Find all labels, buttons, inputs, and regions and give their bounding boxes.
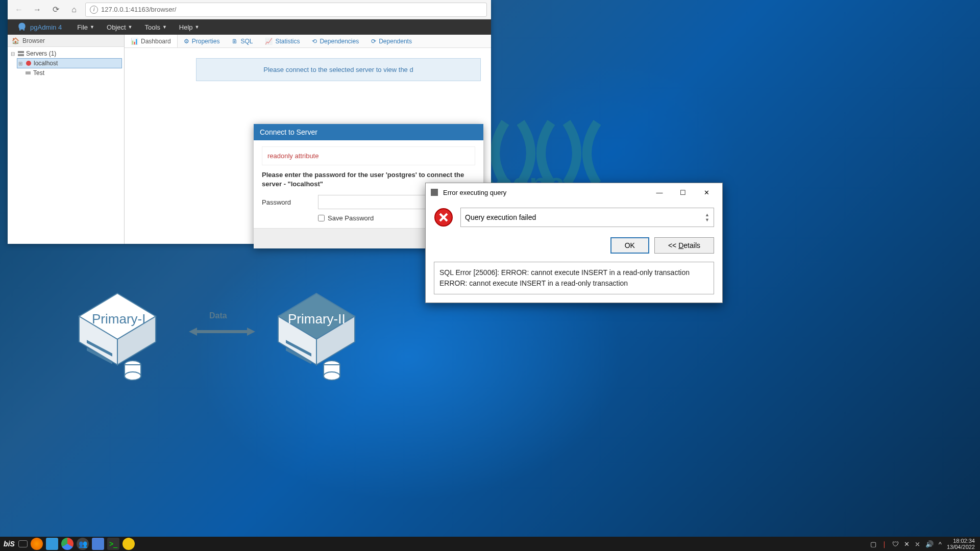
tree-servers[interactable]: ⊟ Servers (1) [10,49,122,58]
browser-toolbar: ← → ⟳ ⌂ i 127.0.0.1:41163/browser/ [8,0,491,19]
caret-down-icon: ▼ [128,24,133,30]
error-dialog: Error executing query — ☐ ✕ Query execut… [425,183,723,303]
firefox-icon[interactable] [31,538,43,550]
primary1-label: Primary-I [92,311,145,327]
elephant-icon [17,22,27,32]
sidebar-header: 🏠 Browser [8,35,124,47]
scroll-buttons[interactable]: ▲▼ [705,212,709,222]
menu-help[interactable]: Help▼ [173,19,206,35]
minimize-button[interactable]: — [648,185,671,200]
dialog-error: readonly attribute [262,146,475,165]
tray-icon[interactable]: ▢ [870,540,876,548]
app-icon[interactable]: 👥 [77,538,89,550]
system-clock[interactable]: 18:02:34 13/04/2022 [947,538,977,550]
pgadmin-brand: pgAdmin 4 [30,23,62,31]
app-icon[interactable] [92,538,104,550]
tree-localhost[interactable]: ⊞ localhost [17,58,122,68]
tabs-bar: 📊Dashboard ⚙Properties 🗎SQL 📈Statistics … [125,35,491,48]
forward-button[interactable]: → [30,3,44,17]
server-diagram: Primary-I Data Primary-II [66,286,393,393]
shield-icon[interactable]: 🛡 [892,540,899,548]
info-icon: i [90,6,98,14]
deps-icon: ⟳ [371,38,376,45]
tab-dependencies[interactable]: ⟲Dependencies [306,35,365,47]
svg-rect-23 [26,71,31,74]
home-button[interactable]: ⌂ [67,3,81,17]
collapse-icon[interactable]: ⊟ [10,51,16,57]
pgadmin-menubar: pgAdmin 4 File▼ Object▼ Tools▼ Help▼ [8,19,491,35]
url-bar[interactable]: i 127.0.0.1:41163/browser/ [85,3,487,17]
chart-icon: 📈 [265,38,273,45]
reload-button[interactable]: ⟳ [48,3,63,17]
svg-marker-11 [247,328,255,336]
tab-properties[interactable]: ⚙Properties [178,35,226,47]
caret-down-icon: ▼ [195,24,200,30]
close-tray-icon[interactable]: ✕ [904,540,910,548]
pgadmin-logo[interactable]: pgAdmin 4 [8,22,71,32]
close-button[interactable]: ✕ [695,185,718,200]
start-button[interactable]: biS [3,538,15,550]
menu-tools[interactable]: Tools▼ [139,19,173,35]
tray-icon[interactable]: ❘ [881,540,887,548]
error-message: Query execution failed [465,213,703,221]
password-label: Password [262,198,318,206]
error-detail-line: ERROR: cannot execute INSERT in a read-o… [439,278,708,289]
data-label: Data [209,311,227,320]
svg-marker-10 [189,328,197,336]
caret-down-icon: ▼ [162,24,167,30]
error-title: Error executing query [443,189,506,196]
connect-notice: Please connect to the selected server to… [196,58,481,81]
tab-dependents[interactable]: ⟳Dependents [365,35,418,47]
ok-button[interactable]: OK [610,237,649,254]
dashboard-icon: 📊 [131,38,138,45]
app-icon [430,188,439,197]
menu-object[interactable]: Object▼ [101,19,139,35]
terminal-icon[interactable]: >_ [107,538,119,550]
save-password-label: Save Password [328,214,374,222]
tab-dashboard[interactable]: 📊Dashboard [125,35,178,47]
task-view-icon[interactable] [18,540,28,547]
svg-point-8 [125,372,141,380]
svg-rect-20 [18,51,24,53]
chrome-icon[interactable] [61,538,74,550]
app-icon[interactable] [122,538,135,550]
browser-sidebar: 🏠 Browser ⊟ Servers (1) ⊞ localhost ⊞ T [8,35,125,244]
svg-point-19 [324,372,340,380]
home-icon: 🏠 [12,37,19,44]
error-detail-line: SQL Error [25006]: ERROR: cannot execute… [439,267,708,278]
back-button[interactable]: ← [12,3,26,17]
menu-file[interactable]: File▼ [71,19,101,35]
files-icon[interactable] [46,538,58,550]
network-icon[interactable]: ⤫ [915,540,920,548]
save-password-checkbox[interactable] [318,215,325,221]
tree-test[interactable]: ⊞ Test [17,68,122,78]
servers-icon [17,50,24,57]
server-icon [24,69,32,77]
sidebar-title: Browser [22,37,45,44]
svg-rect-21 [18,54,24,56]
sql-icon: 🗎 [232,38,238,45]
error-icon [434,208,453,227]
error-message-box: Query execution failed ▲▼ [460,208,714,227]
expand-icon[interactable]: ⊞ [17,61,23,66]
server-icon [25,60,32,67]
chevron-up-icon[interactable]: ^ [939,540,942,548]
details-button[interactable]: << Details [654,237,714,254]
deps-icon: ⟲ [312,38,317,45]
data-arrow-icon [189,325,255,340]
error-details: SQL Error [25006]: ERROR: cannot execute… [434,262,714,294]
error-titlebar[interactable]: Error executing query — ☐ ✕ [426,183,722,202]
primary2-label: Primary-II [288,311,346,327]
caret-down-icon: ▼ [90,24,94,30]
gear-icon: ⚙ [184,38,189,45]
volume-icon[interactable]: 🔊 [925,540,934,548]
dialog-title: Connect to Server [254,124,483,140]
maximize-button[interactable]: ☐ [671,185,695,200]
clock-date: 13/04/2022 [947,544,975,550]
svg-point-22 [26,61,31,66]
tab-statistics[interactable]: 📈Statistics [259,35,306,47]
server-tree: ⊟ Servers (1) ⊞ localhost ⊞ Test [8,47,124,80]
tab-sql[interactable]: 🗎SQL [226,35,259,47]
clock-time: 18:02:34 [947,538,975,544]
svg-rect-24 [431,189,438,196]
